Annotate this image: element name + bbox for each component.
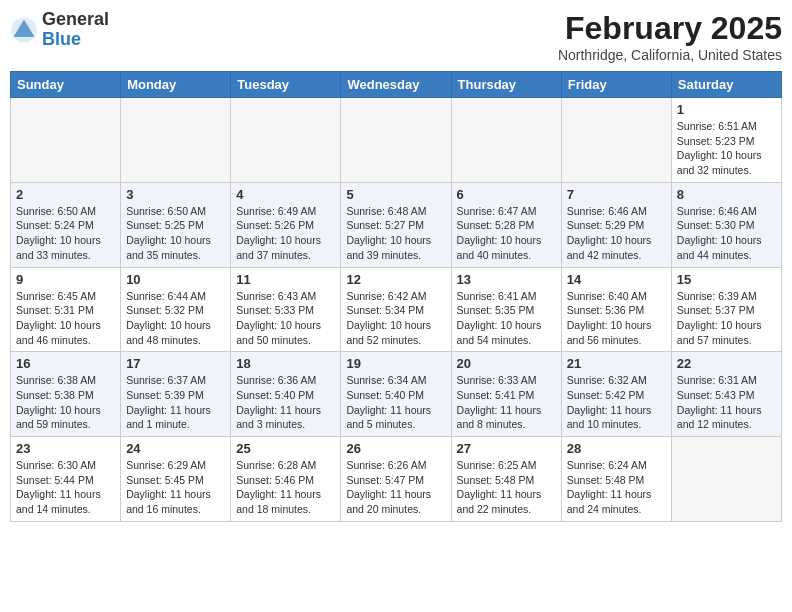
day-number: 8 bbox=[677, 187, 776, 202]
calendar-cell: 1Sunrise: 6:51 AM Sunset: 5:23 PM Daylig… bbox=[671, 98, 781, 183]
day-number: 2 bbox=[16, 187, 115, 202]
calendar-cell bbox=[121, 98, 231, 183]
column-header-sunday: Sunday bbox=[11, 72, 121, 98]
day-number: 1 bbox=[677, 102, 776, 117]
day-info: Sunrise: 6:51 AM Sunset: 5:23 PM Dayligh… bbox=[677, 119, 776, 178]
day-info: Sunrise: 6:29 AM Sunset: 5:45 PM Dayligh… bbox=[126, 458, 225, 517]
calendar-cell: 12Sunrise: 6:42 AM Sunset: 5:34 PM Dayli… bbox=[341, 267, 451, 352]
calendar-cell bbox=[561, 98, 671, 183]
calendar-cell: 16Sunrise: 6:38 AM Sunset: 5:38 PM Dayli… bbox=[11, 352, 121, 437]
day-info: Sunrise: 6:39 AM Sunset: 5:37 PM Dayligh… bbox=[677, 289, 776, 348]
calendar-week-row: 1Sunrise: 6:51 AM Sunset: 5:23 PM Daylig… bbox=[11, 98, 782, 183]
title-block: February 2025 Northridge, California, Un… bbox=[558, 10, 782, 63]
day-number: 9 bbox=[16, 272, 115, 287]
logo: General Blue bbox=[10, 10, 109, 50]
day-number: 24 bbox=[126, 441, 225, 456]
day-info: Sunrise: 6:26 AM Sunset: 5:47 PM Dayligh… bbox=[346, 458, 445, 517]
day-number: 12 bbox=[346, 272, 445, 287]
calendar-cell: 11Sunrise: 6:43 AM Sunset: 5:33 PM Dayli… bbox=[231, 267, 341, 352]
day-info: Sunrise: 6:36 AM Sunset: 5:40 PM Dayligh… bbox=[236, 373, 335, 432]
calendar-cell: 21Sunrise: 6:32 AM Sunset: 5:42 PM Dayli… bbox=[561, 352, 671, 437]
day-info: Sunrise: 6:50 AM Sunset: 5:25 PM Dayligh… bbox=[126, 204, 225, 263]
calendar-cell: 20Sunrise: 6:33 AM Sunset: 5:41 PM Dayli… bbox=[451, 352, 561, 437]
logo-blue: Blue bbox=[42, 29, 81, 49]
column-header-thursday: Thursday bbox=[451, 72, 561, 98]
calendar-week-row: 16Sunrise: 6:38 AM Sunset: 5:38 PM Dayli… bbox=[11, 352, 782, 437]
calendar-cell: 9Sunrise: 6:45 AM Sunset: 5:31 PM Daylig… bbox=[11, 267, 121, 352]
day-info: Sunrise: 6:41 AM Sunset: 5:35 PM Dayligh… bbox=[457, 289, 556, 348]
day-info: Sunrise: 6:28 AM Sunset: 5:46 PM Dayligh… bbox=[236, 458, 335, 517]
day-info: Sunrise: 6:44 AM Sunset: 5:32 PM Dayligh… bbox=[126, 289, 225, 348]
day-info: Sunrise: 6:32 AM Sunset: 5:42 PM Dayligh… bbox=[567, 373, 666, 432]
day-number: 28 bbox=[567, 441, 666, 456]
day-info: Sunrise: 6:46 AM Sunset: 5:30 PM Dayligh… bbox=[677, 204, 776, 263]
calendar-cell: 14Sunrise: 6:40 AM Sunset: 5:36 PM Dayli… bbox=[561, 267, 671, 352]
day-info: Sunrise: 6:49 AM Sunset: 5:26 PM Dayligh… bbox=[236, 204, 335, 263]
location-subtitle: Northridge, California, United States bbox=[558, 47, 782, 63]
day-number: 21 bbox=[567, 356, 666, 371]
calendar-cell bbox=[341, 98, 451, 183]
day-number: 15 bbox=[677, 272, 776, 287]
calendar-cell: 26Sunrise: 6:26 AM Sunset: 5:47 PM Dayli… bbox=[341, 437, 451, 522]
day-number: 5 bbox=[346, 187, 445, 202]
calendar-cell: 13Sunrise: 6:41 AM Sunset: 5:35 PM Dayli… bbox=[451, 267, 561, 352]
day-number: 20 bbox=[457, 356, 556, 371]
day-info: Sunrise: 6:42 AM Sunset: 5:34 PM Dayligh… bbox=[346, 289, 445, 348]
day-number: 17 bbox=[126, 356, 225, 371]
calendar-cell: 3Sunrise: 6:50 AM Sunset: 5:25 PM Daylig… bbox=[121, 182, 231, 267]
calendar-cell bbox=[451, 98, 561, 183]
calendar-cell: 4Sunrise: 6:49 AM Sunset: 5:26 PM Daylig… bbox=[231, 182, 341, 267]
day-number: 26 bbox=[346, 441, 445, 456]
day-number: 3 bbox=[126, 187, 225, 202]
month-year-title: February 2025 bbox=[558, 10, 782, 47]
calendar-cell: 2Sunrise: 6:50 AM Sunset: 5:24 PM Daylig… bbox=[11, 182, 121, 267]
day-info: Sunrise: 6:31 AM Sunset: 5:43 PM Dayligh… bbox=[677, 373, 776, 432]
calendar-cell: 27Sunrise: 6:25 AM Sunset: 5:48 PM Dayli… bbox=[451, 437, 561, 522]
calendar-cell: 6Sunrise: 6:47 AM Sunset: 5:28 PM Daylig… bbox=[451, 182, 561, 267]
day-number: 23 bbox=[16, 441, 115, 456]
day-number: 18 bbox=[236, 356, 335, 371]
day-info: Sunrise: 6:24 AM Sunset: 5:48 PM Dayligh… bbox=[567, 458, 666, 517]
calendar-week-row: 23Sunrise: 6:30 AM Sunset: 5:44 PM Dayli… bbox=[11, 437, 782, 522]
day-info: Sunrise: 6:46 AM Sunset: 5:29 PM Dayligh… bbox=[567, 204, 666, 263]
calendar-cell: 7Sunrise: 6:46 AM Sunset: 5:29 PM Daylig… bbox=[561, 182, 671, 267]
day-number: 19 bbox=[346, 356, 445, 371]
calendar-cell: 8Sunrise: 6:46 AM Sunset: 5:30 PM Daylig… bbox=[671, 182, 781, 267]
calendar-cell bbox=[671, 437, 781, 522]
calendar-cell: 28Sunrise: 6:24 AM Sunset: 5:48 PM Dayli… bbox=[561, 437, 671, 522]
column-header-wednesday: Wednesday bbox=[341, 72, 451, 98]
column-header-saturday: Saturday bbox=[671, 72, 781, 98]
day-number: 7 bbox=[567, 187, 666, 202]
day-info: Sunrise: 6:45 AM Sunset: 5:31 PM Dayligh… bbox=[16, 289, 115, 348]
calendar-cell bbox=[231, 98, 341, 183]
column-header-tuesday: Tuesday bbox=[231, 72, 341, 98]
calendar-week-row: 2Sunrise: 6:50 AM Sunset: 5:24 PM Daylig… bbox=[11, 182, 782, 267]
day-number: 25 bbox=[236, 441, 335, 456]
day-number: 27 bbox=[457, 441, 556, 456]
calendar-cell: 25Sunrise: 6:28 AM Sunset: 5:46 PM Dayli… bbox=[231, 437, 341, 522]
day-number: 10 bbox=[126, 272, 225, 287]
day-info: Sunrise: 6:34 AM Sunset: 5:40 PM Dayligh… bbox=[346, 373, 445, 432]
day-number: 11 bbox=[236, 272, 335, 287]
day-number: 4 bbox=[236, 187, 335, 202]
logo-icon bbox=[10, 16, 38, 44]
calendar-cell: 15Sunrise: 6:39 AM Sunset: 5:37 PM Dayli… bbox=[671, 267, 781, 352]
column-header-monday: Monday bbox=[121, 72, 231, 98]
calendar-week-row: 9Sunrise: 6:45 AM Sunset: 5:31 PM Daylig… bbox=[11, 267, 782, 352]
day-info: Sunrise: 6:48 AM Sunset: 5:27 PM Dayligh… bbox=[346, 204, 445, 263]
calendar-cell: 17Sunrise: 6:37 AM Sunset: 5:39 PM Dayli… bbox=[121, 352, 231, 437]
day-info: Sunrise: 6:25 AM Sunset: 5:48 PM Dayligh… bbox=[457, 458, 556, 517]
calendar-cell: 10Sunrise: 6:44 AM Sunset: 5:32 PM Dayli… bbox=[121, 267, 231, 352]
calendar-header-row: SundayMondayTuesdayWednesdayThursdayFrid… bbox=[11, 72, 782, 98]
day-number: 13 bbox=[457, 272, 556, 287]
day-info: Sunrise: 6:30 AM Sunset: 5:44 PM Dayligh… bbox=[16, 458, 115, 517]
column-header-friday: Friday bbox=[561, 72, 671, 98]
calendar-table: SundayMondayTuesdayWednesdayThursdayFrid… bbox=[10, 71, 782, 522]
day-info: Sunrise: 6:40 AM Sunset: 5:36 PM Dayligh… bbox=[567, 289, 666, 348]
calendar-cell: 19Sunrise: 6:34 AM Sunset: 5:40 PM Dayli… bbox=[341, 352, 451, 437]
calendar-cell: 22Sunrise: 6:31 AM Sunset: 5:43 PM Dayli… bbox=[671, 352, 781, 437]
calendar-cell: 23Sunrise: 6:30 AM Sunset: 5:44 PM Dayli… bbox=[11, 437, 121, 522]
day-info: Sunrise: 6:47 AM Sunset: 5:28 PM Dayligh… bbox=[457, 204, 556, 263]
calendar-cell: 18Sunrise: 6:36 AM Sunset: 5:40 PM Dayli… bbox=[231, 352, 341, 437]
day-info: Sunrise: 6:37 AM Sunset: 5:39 PM Dayligh… bbox=[126, 373, 225, 432]
